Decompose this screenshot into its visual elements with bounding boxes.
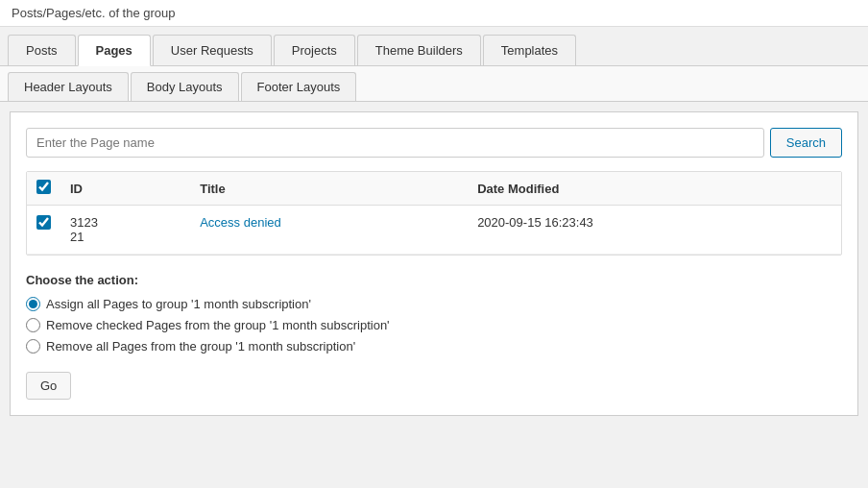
- select-all-checkbox[interactable]: [36, 180, 51, 194]
- tab-pages[interactable]: Pages: [78, 35, 151, 66]
- row-date-modified: 2020-09-15 16:23:43: [468, 206, 841, 255]
- search-input[interactable]: [26, 128, 764, 158]
- tab-templates[interactable]: Templates: [483, 35, 576, 65]
- tab-posts[interactable]: Posts: [8, 35, 76, 65]
- radio-assign-all[interactable]: [26, 297, 40, 311]
- tab-user-requests[interactable]: User Requests: [153, 35, 272, 65]
- pages-table: ID Title Date Modified 3123 21 Access de…: [26, 171, 842, 256]
- primary-tabs: Posts Pages User Requests Projects Theme…: [0, 27, 868, 66]
- row-id: 3123 21: [60, 206, 190, 255]
- go-button[interactable]: Go: [26, 372, 71, 400]
- radio-remove-checked-label: Remove checked Pages from the group '1 m…: [46, 318, 390, 332]
- radio-row-remove-all: Remove all Pages from the group '1 month…: [26, 339, 842, 354]
- row-checkbox[interactable]: [36, 215, 51, 230]
- tab-body-layouts[interactable]: Body Layouts: [131, 72, 239, 101]
- col-id: ID: [60, 172, 190, 206]
- tab-footer-layouts[interactable]: Footer Layouts: [241, 72, 357, 101]
- action-label: Choose the action:: [26, 273, 842, 287]
- secondary-tabs: Header Layouts Body Layouts Footer Layou…: [0, 66, 868, 102]
- row-checkbox-cell: [27, 206, 60, 255]
- breadcrumb: Posts/Pages/etc. of the group: [0, 0, 868, 27]
- radio-remove-all-label: Remove all Pages from the group '1 month…: [46, 339, 355, 354]
- content-area: Search ID Title Date Modified: [10, 111, 858, 416]
- row-title-link[interactable]: Access denied: [200, 215, 281, 230]
- row-title[interactable]: Access denied: [190, 206, 468, 255]
- col-checkbox: [27, 172, 60, 206]
- tab-theme-builders[interactable]: Theme Builders: [357, 35, 481, 65]
- radio-row-assign-all: Assign all Pages to group '1 month subsc…: [26, 297, 842, 311]
- radio-remove-all[interactable]: [26, 339, 40, 354]
- table-row: 3123 21 Access denied 2020-09-15 16:23:4…: [27, 206, 841, 255]
- col-title: Title: [190, 172, 468, 206]
- radio-row-remove-checked: Remove checked Pages from the group '1 m…: [26, 318, 842, 332]
- tab-projects[interactable]: Projects: [274, 35, 355, 65]
- tab-header-layouts[interactable]: Header Layouts: [8, 72, 129, 101]
- action-section: Choose the action: Assign all Pages to g…: [26, 273, 842, 400]
- search-button[interactable]: Search: [770, 128, 842, 158]
- radio-remove-checked[interactable]: [26, 318, 40, 332]
- col-date-modified: Date Modified: [468, 172, 841, 206]
- radio-assign-all-label: Assign all Pages to group '1 month subsc…: [46, 297, 311, 311]
- search-row: Search: [26, 128, 842, 158]
